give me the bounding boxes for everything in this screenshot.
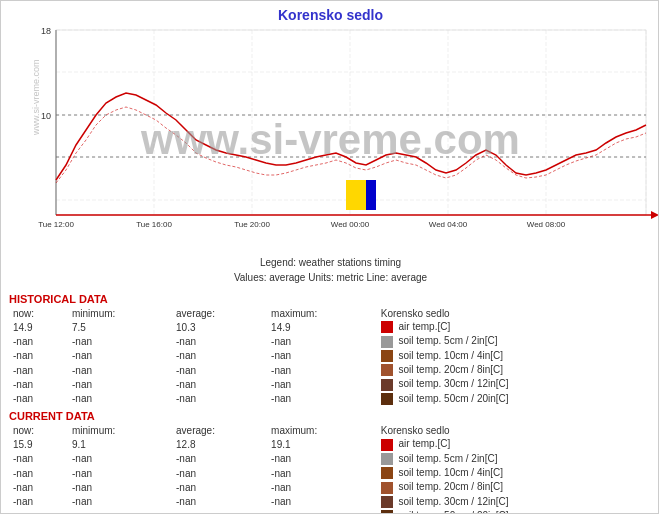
cell-now: -nan xyxy=(9,452,68,466)
col-now-cur: now: xyxy=(9,424,68,437)
svg-text:www.si-vreme.com: www.si-vreme.com xyxy=(31,59,41,136)
cell-desc: soil temp. 5cm / 2in[C] xyxy=(377,452,652,466)
cell-min: -nan xyxy=(68,363,172,377)
svg-text:Wed 04:00: Wed 04:00 xyxy=(429,220,468,229)
cell-avg: -nan xyxy=(172,363,267,377)
desc-text: soil temp. 5cm / 2in[C] xyxy=(399,335,498,346)
cell-min: -nan xyxy=(68,466,172,480)
svg-rect-26 xyxy=(346,180,366,210)
desc-text: soil temp. 30cm / 12in[C] xyxy=(399,496,509,507)
cell-desc: soil temp. 50cm / 20in[C] xyxy=(377,509,652,514)
table-row: -nan -nan -nan -nan soil temp. 30cm / 12… xyxy=(9,495,652,509)
cell-now: -nan xyxy=(9,495,68,509)
svg-marker-15 xyxy=(651,211,659,219)
cell-desc: air temp.[C] xyxy=(377,320,652,334)
cell-avg: 10.3 xyxy=(172,320,267,334)
cell-max: -nan xyxy=(267,392,377,406)
desc-text: soil temp. 50cm / 20in[C] xyxy=(399,393,509,404)
cell-max: -nan xyxy=(267,452,377,466)
cell-min: -nan xyxy=(68,377,172,391)
cell-min: -nan xyxy=(68,452,172,466)
desc-text: soil temp. 30cm / 12in[C] xyxy=(399,378,509,389)
cell-max: -nan xyxy=(267,495,377,509)
cell-now: 14.9 xyxy=(9,320,68,334)
cell-max: 14.9 xyxy=(267,320,377,334)
svg-text:Wed 08:00: Wed 08:00 xyxy=(527,220,566,229)
svg-text:Tue 12:00: Tue 12:00 xyxy=(38,220,74,229)
table-row: 14.9 7.5 10.3 14.9 air temp.[C] xyxy=(9,320,652,334)
table-row: -nan -nan -nan -nan soil temp. 5cm / 2in… xyxy=(9,452,652,466)
color-swatch xyxy=(381,496,393,508)
table-row: -nan -nan -nan -nan soil temp. 10cm / 4i… xyxy=(9,466,652,480)
cell-desc: air temp.[C] xyxy=(377,437,652,451)
col-avg-cur: average: xyxy=(172,424,267,437)
col-min-hist: minimum: xyxy=(68,307,172,320)
cell-now: -nan xyxy=(9,480,68,494)
svg-text:18: 18 xyxy=(41,26,51,36)
col-name-cur: Korensko sedlo xyxy=(377,424,652,437)
cell-now: -nan xyxy=(9,392,68,406)
svg-text:Tue 16:00: Tue 16:00 xyxy=(136,220,172,229)
cell-avg: -nan xyxy=(172,349,267,363)
cell-desc: soil temp. 30cm / 12in[C] xyxy=(377,495,652,509)
color-swatch xyxy=(381,467,393,479)
cell-avg: -nan xyxy=(172,377,267,391)
cell-avg: -nan xyxy=(172,466,267,480)
cell-now: -nan xyxy=(9,349,68,363)
color-swatch xyxy=(381,350,393,362)
cell-max: -nan xyxy=(267,363,377,377)
cell-avg: -nan xyxy=(172,480,267,494)
cell-now: -nan xyxy=(9,377,68,391)
color-swatch xyxy=(381,321,393,333)
cell-min: -nan xyxy=(68,334,172,348)
table-row: -nan -nan -nan -nan soil temp. 30cm / 12… xyxy=(9,377,652,391)
desc-text: soil temp. 50cm / 20in[C] xyxy=(399,510,509,514)
cell-desc: soil temp. 10cm / 4in[C] xyxy=(377,466,652,480)
desc-text: air temp.[C] xyxy=(399,438,451,449)
cell-avg: -nan xyxy=(172,334,267,348)
cell-avg: -nan xyxy=(172,495,267,509)
data-section: HISTORICAL DATA now: minimum: average: m… xyxy=(1,285,659,514)
col-name-hist: Korensko sedlo xyxy=(377,307,652,320)
legend-line2: Values: average Units: metric Line: aver… xyxy=(1,272,659,283)
chart-wrapper: 18 10 Tue 12:00 Tue 16:00 Tue 20:00 Wed … xyxy=(11,25,650,255)
legend-line1: Legend: weather stations timing xyxy=(1,257,659,268)
cell-now: -nan xyxy=(9,363,68,377)
cell-avg: -nan xyxy=(172,452,267,466)
chart-title: Korensko sedlo xyxy=(1,1,659,25)
cell-min: -nan xyxy=(68,495,172,509)
table-row: -nan -nan -nan -nan soil temp. 50cm / 20… xyxy=(9,509,652,514)
cell-min: -nan xyxy=(68,509,172,514)
cell-now: -nan xyxy=(9,509,68,514)
cell-min: -nan xyxy=(68,349,172,363)
desc-text: soil temp. 10cm / 4in[C] xyxy=(399,467,503,478)
color-swatch xyxy=(381,379,393,391)
table-row: 15.9 9.1 12.8 19.1 air temp.[C] xyxy=(9,437,652,451)
cell-now: 15.9 xyxy=(9,437,68,451)
current-table: now: minimum: average: maximum: Korensko… xyxy=(9,424,652,514)
cell-avg: -nan xyxy=(172,392,267,406)
cell-min: -nan xyxy=(68,392,172,406)
desc-text: air temp.[C] xyxy=(399,321,451,332)
col-avg-hist: average: xyxy=(172,307,267,320)
cell-max: 19.1 xyxy=(267,437,377,451)
historical-header: HISTORICAL DATA xyxy=(9,293,652,305)
color-swatch xyxy=(381,453,393,465)
color-swatch xyxy=(381,393,393,405)
cell-avg: 12.8 xyxy=(172,437,267,451)
col-max-hist: maximum: xyxy=(267,307,377,320)
svg-rect-27 xyxy=(366,180,376,210)
cell-desc: soil temp. 50cm / 20in[C] xyxy=(377,392,652,406)
cell-min: -nan xyxy=(68,480,172,494)
chart-svg: 18 10 Tue 12:00 Tue 16:00 Tue 20:00 Wed … xyxy=(21,25,659,250)
color-swatch xyxy=(381,439,393,451)
cell-min: 9.1 xyxy=(68,437,172,451)
cell-max: -nan xyxy=(267,334,377,348)
current-header: CURRENT DATA xyxy=(9,410,652,422)
table-row: -nan -nan -nan -nan soil temp. 20cm / 8i… xyxy=(9,480,652,494)
cell-desc: soil temp. 5cm / 2in[C] xyxy=(377,334,652,348)
color-swatch xyxy=(381,336,393,348)
cell-max: -nan xyxy=(267,377,377,391)
cell-desc: soil temp. 10cm / 4in[C] xyxy=(377,349,652,363)
color-swatch xyxy=(381,482,393,494)
